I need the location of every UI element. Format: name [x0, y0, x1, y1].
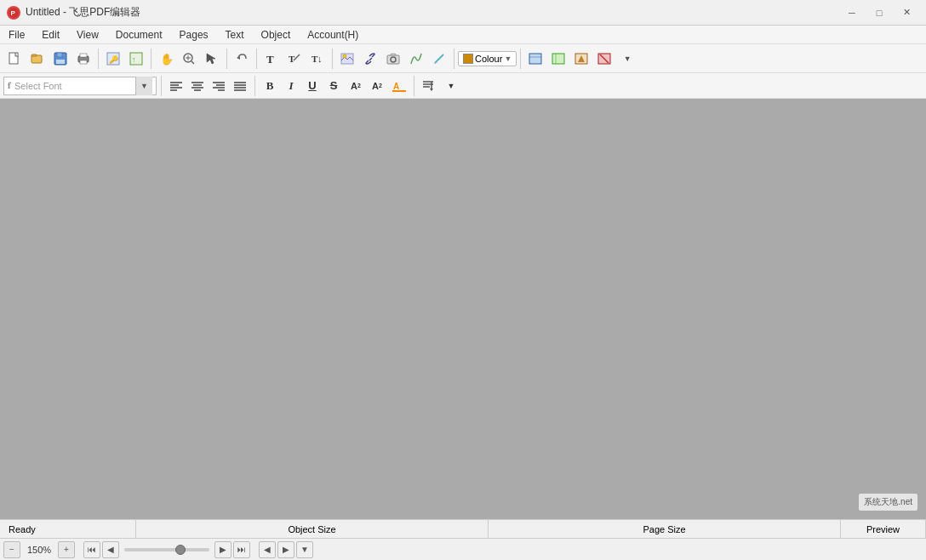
tool-r5-dropdown[interactable]: ▼ — [616, 48, 638, 70]
text-edit-button[interactable]: T — [283, 48, 306, 70]
menu-view[interactable]: View — [68, 26, 107, 43]
undo-redo-group — [231, 48, 253, 70]
menu-account[interactable]: Account(H) — [299, 26, 367, 43]
ready-label: Ready — [9, 524, 36, 534]
select-button[interactable] — [201, 48, 223, 70]
import-button[interactable]: 🔑 — [102, 48, 124, 70]
svg-text:✋: ✋ — [160, 52, 173, 66]
svg-line-17 — [191, 61, 194, 64]
zoom-level: 150% — [22, 545, 56, 555]
font-select[interactable]: 𝐟 Select Font ▼ — [3, 77, 157, 95]
first-page-button[interactable]: ⏮ — [83, 541, 100, 558]
menubar: File Edit View Document Pages Text Objec… — [0, 26, 926, 44]
menu-edit[interactable]: Edit — [33, 26, 68, 43]
svg-text:↑: ↑ — [132, 55, 136, 64]
document-canvas[interactable]: 系统天地.net — [0, 99, 926, 519]
svg-line-33 — [435, 54, 443, 63]
text-column-button[interactable]: T↓ — [306, 48, 329, 70]
align-left-button[interactable] — [166, 76, 186, 96]
menu-object[interactable]: Object — [253, 26, 300, 43]
sep4 — [256, 49, 257, 69]
zoom-thumb — [175, 545, 186, 555]
tool-r2[interactable] — [547, 48, 569, 70]
status-object-size: Object Size — [136, 520, 489, 538]
bold-button[interactable]: B — [260, 76, 280, 96]
svg-rect-60 — [392, 90, 406, 92]
toolbar2: 𝐟 Select Font ▼ B I U S A2 A2 A — [0, 73, 926, 99]
pencil-button[interactable] — [428, 48, 450, 70]
watermark-button[interactable] — [405, 48, 427, 70]
image-button[interactable] — [336, 48, 358, 70]
undo-button[interactable] — [231, 48, 253, 70]
tool-r4[interactable] — [593, 48, 615, 70]
paragraph-button[interactable] — [419, 76, 439, 96]
status-page-size: Page Size — [489, 520, 841, 538]
menu-file[interactable]: File — [0, 26, 33, 43]
preview-label: Preview — [866, 524, 900, 534]
link-button[interactable] — [359, 48, 381, 70]
status-ready: Ready — [0, 520, 136, 538]
scroll-left-button[interactable]: ◀ — [259, 541, 276, 558]
zoom-button[interactable] — [178, 48, 200, 70]
subscript-button[interactable]: A2 — [367, 76, 387, 96]
last-page-button[interactable]: ⏭ — [233, 541, 250, 558]
zoom-out-button[interactable]: − — [3, 541, 20, 558]
scroll-right-button[interactable]: ▶ — [277, 541, 294, 558]
tool-r3[interactable] — [570, 48, 592, 70]
tool-r1[interactable] — [524, 48, 546, 70]
superscript-button[interactable]: A2 — [346, 76, 366, 96]
minimize-button[interactable]: ─ — [839, 4, 865, 21]
text-insert-group: T T T↓ — [260, 48, 329, 70]
menu-document[interactable]: Document — [107, 26, 171, 43]
print-button[interactable] — [72, 48, 94, 70]
maximize-button[interactable]: □ — [866, 4, 892, 21]
svg-rect-37 — [552, 54, 564, 64]
svg-rect-9 — [80, 54, 87, 57]
highlight-button[interactable]: A — [389, 76, 409, 96]
status-preview: Preview — [841, 520, 926, 538]
save-button[interactable] — [49, 48, 71, 70]
objsize-label: Object Size — [288, 524, 335, 534]
hand-tool-button[interactable]: ✋ — [155, 48, 177, 70]
nav-tools-group: 🔑 ↑ — [102, 48, 147, 70]
svg-text:A: A — [393, 82, 399, 91]
new-button[interactable] — [3, 48, 26, 70]
svg-rect-4 — [31, 54, 37, 56]
underline-button[interactable]: U — [302, 76, 323, 96]
menu-pages[interactable]: Pages — [171, 26, 217, 43]
svg-text:P: P — [11, 9, 16, 17]
menu-text[interactable]: Text — [217, 26, 253, 43]
list-style-dropdown[interactable]: ▼ — [441, 76, 461, 96]
align-justify-button[interactable] — [230, 76, 250, 96]
close-button[interactable]: ✕ — [894, 4, 919, 21]
font-select-arrow[interactable]: ▼ — [135, 77, 152, 95]
colour-button[interactable]: Colour ▼ — [458, 51, 517, 66]
object-tools-group — [336, 48, 450, 70]
svg-text:↓: ↓ — [317, 54, 323, 64]
zoom-in-button[interactable]: + — [58, 541, 75, 558]
script-group: A2 A2 — [346, 76, 387, 96]
svg-marker-65 — [430, 89, 433, 91]
svg-point-28 — [343, 54, 346, 58]
app-icon: P — [7, 6, 20, 20]
zoom-slider[interactable] — [124, 548, 209, 551]
sep2 — [151, 49, 151, 69]
align-center-button[interactable] — [187, 76, 208, 96]
window-title: Untitled - 飞思PDF编辑器 — [26, 5, 839, 20]
open-button[interactable] — [26, 48, 49, 70]
svg-text:T: T — [289, 54, 295, 64]
colour-label: Colour — [475, 54, 502, 64]
svg-rect-32 — [391, 54, 396, 56]
watermark: 系统天地.net — [859, 494, 917, 511]
align-right-button[interactable] — [209, 76, 229, 96]
camera-button[interactable] — [382, 48, 404, 70]
sep1 — [98, 49, 99, 69]
export-button[interactable]: ↑ — [125, 48, 147, 70]
text-insert-button[interactable]: T — [260, 48, 283, 70]
next-page-button[interactable]: ▶ — [214, 541, 232, 558]
prev-page-button[interactable]: ◀ — [102, 541, 119, 558]
sep3 — [226, 49, 227, 69]
italic-button[interactable]: I — [281, 76, 301, 96]
nav-dropdown[interactable]: ▼ — [296, 541, 313, 558]
strikethrough-button[interactable]: S — [323, 76, 344, 96]
